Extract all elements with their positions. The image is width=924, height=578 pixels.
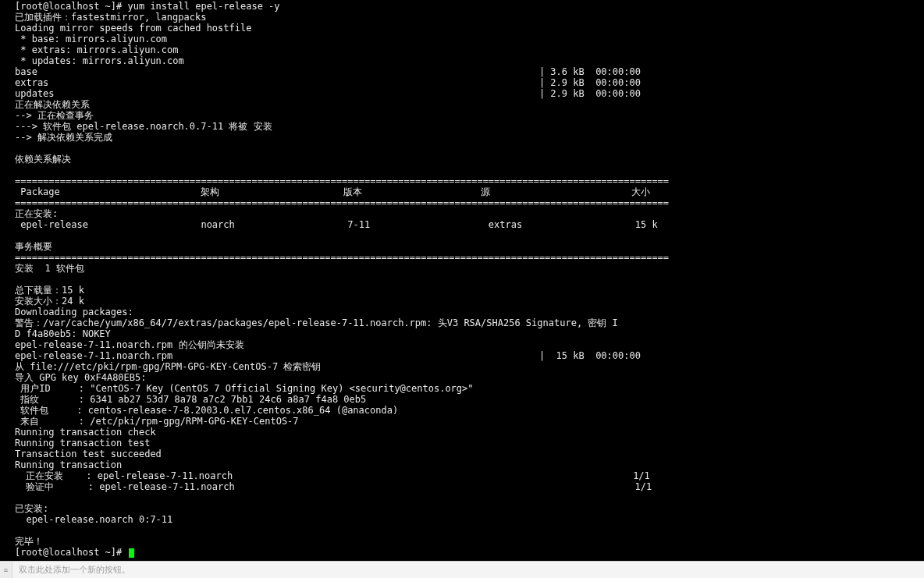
collapse-handle-icon[interactable]: ≡ <box>0 562 12 578</box>
cursor-icon <box>129 548 134 558</box>
status-bar[interactable]: ≡ 双击此处添加一个新的按钮。 <box>0 561 924 578</box>
status-hint: 双击此处添加一个新的按钮。 <box>12 564 130 576</box>
terminal-output[interactable]: [root@localhost ~]# yum install epel-rel… <box>12 0 921 562</box>
prompt-line[interactable]: [root@localhost ~]# <box>15 547 134 558</box>
